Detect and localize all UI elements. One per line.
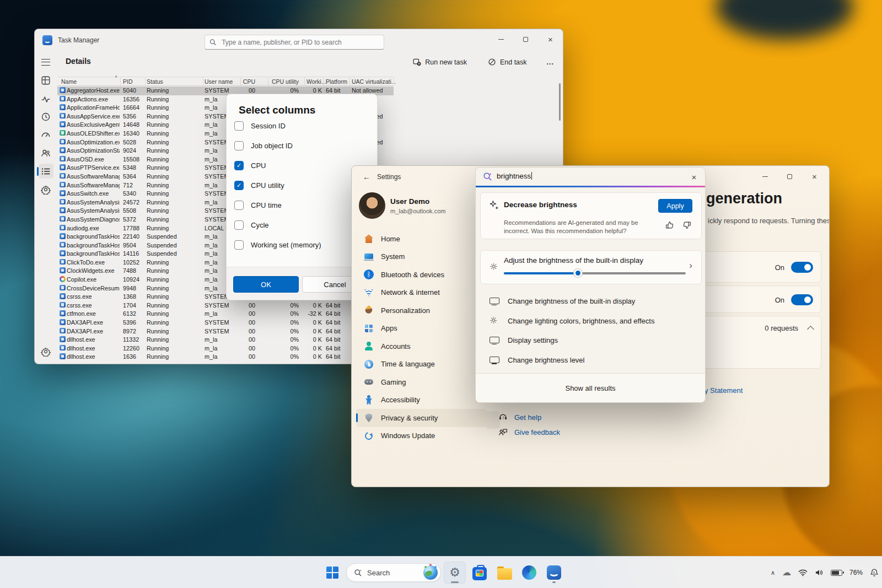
taskbar-edge-app[interactable] [518,562,540,584]
process-cpu: 00 [242,302,255,309]
task-manager-search-box[interactable] [205,35,384,50]
checkbox[interactable]: ✓ [234,141,244,150]
checkbox[interactable]: ✓ [234,240,244,250]
table-row[interactable]: dllhost.exe 1636 Running m_la 00 0% 0 K … [57,353,394,362]
taskbar-search[interactable]: Search [346,563,441,582]
column-header-name[interactable]: Name [61,78,77,85]
maximize-button[interactable] [777,168,802,185]
start-button[interactable] [321,562,343,584]
settings-nav-item[interactable]: Personalization [356,301,487,320]
search-result-item[interactable]: Change brightness level [480,350,702,370]
taskbar-settings-app[interactable]: ⚙ [444,562,466,584]
process-uac: Not allowed [352,87,393,94]
taskbar-explorer-app[interactable] [493,562,515,584]
close-button[interactable]: × [538,29,563,49]
search-result-item[interactable]: Change brightness of the built-in displa… [480,292,702,311]
settings-nav-item[interactable]: System [356,248,487,266]
rail-performance-icon[interactable] [41,94,51,104]
battery-icon[interactable] [831,570,842,576]
settings-nav-item[interactable]: Accessibility [356,391,487,409]
column-header-pid[interactable]: PID [123,78,133,85]
column-header-uac[interactable]: UAC virtualizati... [352,78,396,85]
table-row[interactable]: csrss.exe 1704 Running SYSTEM 00 0% 0 K … [57,301,394,310]
checkbox[interactable]: ✓ [234,121,244,131]
search-input[interactable] [220,38,379,47]
ok-button[interactable]: OK [233,276,299,293]
process-user: m_la [205,310,240,317]
table-header: Name PID Status User name CPU CPU utilit… [57,77,394,86]
get-help-link[interactable]: ? Get help [498,413,541,422]
rail-processes-icon[interactable] [41,75,51,85]
more-options-button[interactable]: ... [544,58,557,66]
minimize-button[interactable] [488,29,513,49]
notification-bell-icon[interactable]: z [870,568,879,577]
table-row[interactable]: dllhost.exe 11332 Running m_la 00 0% 0 K… [57,336,394,344]
settings-nav-item[interactable]: Accounts [356,337,487,355]
run-new-task-button[interactable]: Run new task [408,55,471,69]
user-avatar[interactable] [359,192,385,219]
privacy-statement-link[interactable]: y Statement [704,386,743,395]
toggle-switch[interactable] [791,262,813,273]
maximize-button[interactable] [513,29,538,49]
close-button[interactable]: × [802,168,827,185]
rail-settings-gear-icon[interactable] [41,347,51,357]
settings-nav-item[interactable]: Network & internet [356,284,487,302]
hamburger-menu-icon[interactable] [41,59,50,66]
chevron-right-icon[interactable]: › [689,260,692,271]
column-header-cpu[interactable]: CPU [242,78,255,85]
settings-nav-item[interactable]: Apps [356,320,487,338]
search-result-item[interactable]: Display settings [480,331,702,350]
chevron-up-icon[interactable] [807,326,814,333]
column-option[interactable]: ✓ Job object ID [227,136,377,155]
close-search-icon[interactable]: × [689,171,700,182]
apply-button[interactable]: Apply [658,199,692,213]
rail-startup-apps-icon[interactable] [41,130,51,139]
table-row[interactable]: ctfmon.exe 6132 Running m_la 00 0% -32 K… [57,310,394,319]
brightness-slider-card[interactable]: ☼ Adjust the brightness of the built-in … [480,250,702,284]
volume-icon[interactable] [815,569,824,576]
settings-nav-item[interactable]: Privacy & security [356,409,487,427]
end-task-button[interactable]: End task [483,55,531,69]
rail-details-icon[interactable] [41,166,51,176]
rail-users-icon[interactable] [41,148,51,158]
thumbs-down-icon[interactable] [682,220,692,230]
thumbs-up-icon[interactable] [665,220,674,230]
toggle-switch[interactable] [791,294,813,305]
hidden-icons-chevron[interactable]: ∧ [771,569,775,576]
brightness-slider[interactable] [504,272,686,274]
give-feedback-link[interactable]: Give feedback [498,428,560,437]
settings-nav-item[interactable]: Home [356,230,487,248]
wifi-icon[interactable] [798,569,808,576]
rail-services-icon[interactable] [41,185,51,195]
table-row[interactable]: DAX3API.exe 8972 Running SYSTEM 00 0% 0 … [57,327,394,336]
column-header-status[interactable]: Status [147,78,163,85]
onedrive-cloud-icon[interactable]: ☁ [782,568,791,577]
checkbox[interactable]: ✓ [234,201,244,210]
column-option[interactable]: ✓ Session ID [227,116,377,136]
checkbox[interactable]: ✓ [234,181,244,190]
rail-app-history-icon[interactable] [41,112,51,122]
column-header-platform[interactable]: Platform [326,78,347,85]
task-manager-titlebar[interactable]: Task Manager × [35,29,563,51]
checkbox[interactable]: ✓ [234,161,244,170]
column-header-user[interactable]: User name [205,78,233,85]
column-header-cpu-utility[interactable]: CPU utility [257,78,299,85]
search-box[interactable]: brightness × [476,168,705,186]
search-query[interactable]: brightness [497,172,532,180]
taskbar-store-app[interactable] [469,562,491,584]
minimize-button[interactable] [752,168,777,185]
slider-thumb[interactable] [574,269,582,277]
table-row[interactable]: dllhost.exe 12260 Running m_la 00 0% 0 K… [57,344,394,353]
checkbox[interactable]: ✓ [234,220,244,230]
settings-nav-item[interactable]: Windows Update [356,427,487,445]
search-result-item[interactable]: Change lighting colors, brightness, and … [480,311,702,331]
back-button[interactable]: ← [359,170,374,184]
table-row[interactable]: DAX3API.exe 5396 Running SYSTEM 00 0% 0 … [57,319,394,327]
process-platform: 64 bit [326,302,349,309]
scrollbar-thumb[interactable] [559,83,561,121]
settings-nav-item[interactable]: Time & language [356,355,487,374]
show-all-results-button[interactable]: Show all results [476,373,705,402]
settings-nav-item[interactable]: Bluetooth & devices [356,266,487,284]
settings-nav-item[interactable]: Gaming [356,373,487,391]
taskbar-task-manager-app[interactable] [543,562,565,584]
